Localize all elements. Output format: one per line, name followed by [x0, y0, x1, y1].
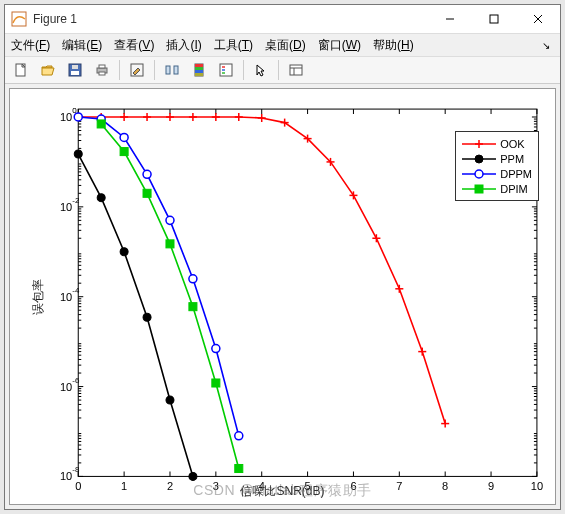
svg-rect-20 — [220, 64, 232, 76]
legend-label: OOK — [500, 138, 524, 150]
insert-legend-button[interactable] — [214, 58, 238, 82]
svg-rect-7 — [71, 71, 79, 75]
svg-point-255 — [212, 345, 220, 353]
maximize-button[interactable] — [472, 6, 516, 32]
svg-text:-6: -6 — [72, 376, 80, 385]
svg-point-256 — [235, 432, 243, 440]
svg-text:10: 10 — [60, 291, 72, 303]
svg-rect-13 — [166, 66, 170, 74]
open-button[interactable] — [36, 58, 60, 82]
svg-point-245 — [120, 248, 128, 256]
close-button[interactable] — [516, 6, 560, 32]
svg-rect-14 — [174, 66, 178, 74]
svg-text:-2: -2 — [72, 196, 80, 205]
menu-t[interactable]: 工具(T) — [214, 38, 253, 52]
svg-rect-272 — [475, 185, 483, 193]
menu-w[interactable]: 窗口(W) — [318, 38, 361, 52]
edit-plot-button[interactable] — [125, 58, 149, 82]
legend-label: DPPM — [500, 168, 532, 180]
svg-rect-17 — [195, 67, 203, 70]
dock-button[interactable]: ↘ — [542, 40, 550, 51]
menu-f[interactable]: 文件(F) — [11, 38, 50, 52]
legend-entry[interactable]: OOK — [462, 136, 532, 151]
svg-rect-257 — [97, 120, 105, 128]
open-property-button[interactable] — [284, 58, 308, 82]
menu-e[interactable]: 编辑(E) — [62, 38, 102, 52]
svg-point-268 — [475, 155, 483, 163]
toolbar — [5, 56, 560, 84]
svg-rect-18 — [195, 70, 203, 73]
svg-point-249 — [74, 113, 82, 121]
legend-label: DPIM — [500, 183, 528, 195]
svg-rect-260 — [166, 240, 174, 248]
svg-rect-11 — [99, 72, 105, 75]
x-axis-label: 信噪比SNR(dB) — [10, 483, 555, 500]
svg-point-270 — [475, 170, 483, 178]
svg-rect-10 — [99, 65, 105, 68]
svg-rect-259 — [143, 189, 151, 197]
app-icon — [11, 11, 27, 27]
window-title: Figure 1 — [33, 12, 428, 26]
svg-point-248 — [189, 472, 197, 480]
minimize-button[interactable] — [428, 6, 472, 32]
y-axis-label: 误包率 — [30, 279, 47, 315]
svg-point-243 — [74, 150, 82, 158]
legend-entry[interactable]: DPIM — [462, 181, 532, 196]
svg-rect-261 — [189, 303, 197, 311]
svg-point-253 — [166, 216, 174, 224]
svg-rect-24 — [290, 65, 302, 75]
legend-label: PPM — [500, 153, 524, 165]
svg-rect-2 — [490, 15, 498, 23]
print-button[interactable] — [90, 58, 114, 82]
axes[interactable]: 10010-210-410-610-8012345678910 误包率 CSDN… — [9, 88, 556, 505]
figure-window: Figure 1 文件(F)编辑(E)查看(V)插入(I)工具(T)桌面(D)窗… — [4, 4, 561, 510]
new-figure-button[interactable] — [9, 58, 33, 82]
svg-text:10: 10 — [60, 470, 72, 482]
svg-point-251 — [120, 133, 128, 141]
menu-v[interactable]: 查看(V) — [114, 38, 154, 52]
svg-point-254 — [189, 275, 197, 283]
svg-rect-19 — [195, 73, 203, 76]
svg-text:10: 10 — [60, 111, 72, 123]
svg-text:10: 10 — [60, 381, 72, 393]
link-axes-button[interactable] — [160, 58, 184, 82]
legend[interactable]: OOKPPMDPPMDPIM — [455, 131, 539, 201]
colorbar-button[interactable] — [187, 58, 211, 82]
svg-rect-263 — [235, 464, 243, 472]
svg-point-244 — [97, 194, 105, 202]
menu-d[interactable]: 桌面(D) — [265, 38, 306, 52]
title-bar: Figure 1 — [5, 5, 560, 34]
menu-h[interactable]: 帮助(H) — [373, 38, 414, 52]
svg-text:-4: -4 — [72, 286, 80, 295]
save-button[interactable] — [63, 58, 87, 82]
svg-rect-258 — [120, 148, 128, 156]
legend-entry[interactable]: DPPM — [462, 166, 532, 181]
legend-entry[interactable]: PPM — [462, 151, 532, 166]
svg-rect-8 — [72, 65, 78, 69]
svg-rect-16 — [195, 64, 203, 67]
svg-rect-262 — [212, 379, 220, 387]
svg-text:10: 10 — [60, 201, 72, 213]
menu-bar: 文件(F)编辑(E)查看(V)插入(I)工具(T)桌面(D)窗口(W)帮助(H)… — [5, 34, 560, 56]
pointer-button[interactable] — [249, 58, 273, 82]
menu-i[interactable]: 插入(I) — [166, 38, 201, 52]
svg-point-252 — [143, 170, 151, 178]
svg-point-247 — [166, 396, 174, 404]
svg-point-246 — [143, 313, 151, 321]
